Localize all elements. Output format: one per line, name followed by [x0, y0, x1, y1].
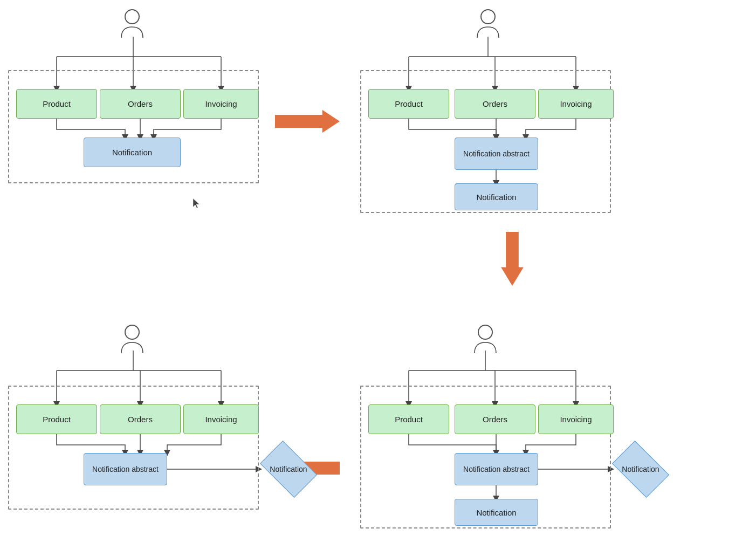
person-icon-bottom-left — [119, 324, 146, 353]
person-top-left — [119, 8, 146, 38]
notif-abstract-box-top-right: Notification abstract — [455, 138, 538, 170]
person-bottom-right — [472, 324, 499, 353]
svg-marker-32 — [501, 232, 524, 286]
person-icon-bottom-right — [472, 324, 499, 353]
notification-box-bottom-right: Notification — [455, 499, 538, 526]
person-bottom-left — [119, 324, 146, 353]
svg-marker-36 — [193, 198, 200, 208]
product-box-bottom-right: Product — [368, 404, 449, 434]
product-box-top-left: Product — [16, 89, 97, 119]
notif-abstract-box-bottom-right: Notification abstract — [455, 453, 538, 485]
notification-box-top-right: Notification — [455, 183, 538, 210]
invoicing-box-bottom-left: Invoicing — [183, 404, 259, 434]
notif-abstract-box-bottom-left: Notification abstract — [84, 453, 167, 485]
orders-box-top-right: Orders — [455, 89, 535, 119]
cursor — [193, 198, 201, 208]
orange-arrow-down — [496, 232, 528, 286]
orders-box-bottom-left: Orders — [100, 404, 181, 434]
person-icon-top-right — [475, 8, 501, 38]
svg-point-29 — [125, 10, 139, 24]
person-top-right — [475, 8, 501, 38]
product-box-bottom-left: Product — [16, 404, 97, 434]
svg-marker-30 — [275, 110, 340, 133]
notification-diamond-bottom-left: Notification — [259, 450, 318, 488]
diagram-container: Product Orders Invoicing Notification Pr… — [0, 0, 756, 556]
orders-box-top-left: Orders — [100, 89, 181, 119]
person-icon-top-left — [119, 8, 146, 38]
invoicing-box-bottom-right: Invoicing — [538, 404, 614, 434]
invoicing-box-top-right: Invoicing — [538, 89, 614, 119]
svg-point-31 — [481, 10, 495, 24]
orange-arrow-right-top — [275, 105, 340, 138]
notification-box-top-left: Notification — [84, 138, 181, 167]
svg-point-35 — [125, 325, 139, 339]
product-box-top-right: Product — [368, 89, 449, 119]
orders-box-bottom-right: Orders — [455, 404, 535, 434]
notification-diamond-bottom-right: Notification — [611, 450, 670, 488]
invoicing-box-top-left: Invoicing — [183, 89, 259, 119]
svg-point-33 — [478, 325, 492, 339]
